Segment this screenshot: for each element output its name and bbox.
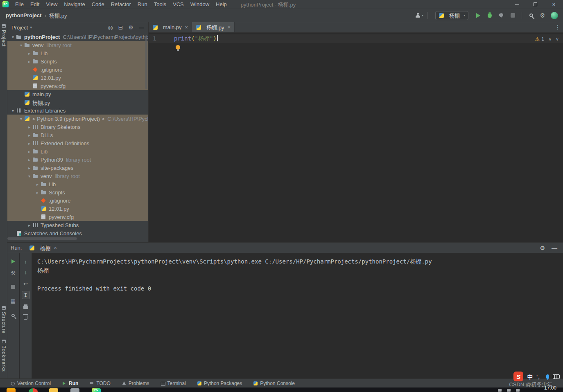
breadcrumb-project[interactable]: pythonProject — [6, 12, 41, 18]
sidebar-item-bookmarks[interactable]: Bookmarks — [0, 340, 7, 372]
toolwindow-python-console[interactable]: Python Console — [253, 381, 295, 386]
toolwindow-terminal[interactable]: Terminal — [161, 381, 186, 386]
clear-console-icon[interactable] — [22, 313, 30, 321]
tree-item-py[interactable]: 杨棚.py — [7, 98, 148, 106]
project-panel-title[interactable]: Project — [11, 25, 28, 31]
scroll-up-icon[interactable]: ↑ — [22, 257, 30, 266]
print-icon[interactable] — [22, 302, 30, 311]
tree-item-site-packages[interactable]: ▸site-packages — [7, 164, 148, 172]
maximize-button[interactable] — [526, 0, 545, 9]
close-icon[interactable]: × — [54, 245, 57, 251]
scroll-to-end-icon[interactable]: ↧ — [22, 291, 30, 299]
edit-configuration-wrench-icon[interactable]: ⚒ — [9, 269, 17, 277]
warning-icon[interactable]: ⚠ — [535, 36, 540, 42]
tray-icon[interactable] — [516, 389, 520, 392]
tree-item-scripts[interactable]: ▸Scripts — [7, 188, 148, 196]
coverage-button[interactable] — [496, 11, 506, 20]
ime-punctuation-toggle[interactable]: ’， — [536, 373, 543, 380]
tab-main-py[interactable]: main.py× — [149, 22, 192, 32]
run-config-selector[interactable]: 杨棚 ▾ — [435, 11, 468, 20]
pin-tab-icon[interactable] — [9, 311, 17, 320]
taskbar-app-icon[interactable] — [7, 388, 16, 392]
menu-vcs[interactable]: VCS — [170, 0, 187, 9]
breadcrumb-file[interactable]: 杨棚.py — [49, 11, 67, 19]
hide-panel-icon[interactable]: — — [139, 25, 144, 31]
chevron-closed-icon[interactable]: ▸ — [26, 133, 32, 137]
collapse-all-icon[interactable]: ⊟ — [118, 24, 123, 31]
menu-file[interactable]: File — [12, 0, 27, 9]
prev-warning-icon[interactable]: ∧ — [548, 36, 552, 42]
chevron-closed-icon[interactable]: ▸ — [26, 51, 32, 56]
chevron-open-icon[interactable]: ▾ — [18, 43, 24, 47]
tree-item-pyvenv-cfg[interactable]: pyvenv.cfg — [7, 82, 148, 90]
tray-icon[interactable] — [507, 389, 511, 392]
tree-item-binary-skeletons[interactable]: ▸Binary Skeletons — [7, 123, 148, 131]
search-everywhere-button[interactable] — [526, 11, 536, 20]
tree-item-venv[interactable]: ▾venvlibrary root — [7, 172, 148, 180]
close-icon[interactable]: × — [227, 24, 231, 30]
settings-button[interactable]: ⚙ — [537, 11, 548, 20]
chevron-closed-icon[interactable]: ▸ — [34, 190, 41, 195]
project-horizontal-scrollbar[interactable] — [7, 237, 77, 240]
next-warning-icon[interactable]: ∨ — [556, 36, 559, 42]
tree-item-pythonproject[interactable]: ▾pythonProjectC:\Users\HP\PycharmProject… — [7, 33, 148, 41]
stop-process-button[interactable] — [9, 283, 17, 291]
avatar[interactable] — [551, 12, 558, 19]
menu-refactor[interactable]: Refactor — [108, 0, 134, 9]
ime-mode-toggle[interactable]: 中 — [527, 372, 533, 381]
tree-item-pyvenv-cfg[interactable]: pyvenv.cfg — [7, 213, 148, 221]
editor[interactable]: 1 print("杨棚") ⚠ 1 ∧ ∨ — [149, 33, 563, 242]
menu-code[interactable]: Code — [88, 0, 108, 9]
tree-item-main-py[interactable]: main.py — [7, 90, 148, 98]
tree-item-gitignore[interactable]: .gitignore — [7, 196, 148, 205]
chevron-closed-icon[interactable]: ▸ — [26, 59, 32, 64]
menu-navigate[interactable]: Navigate — [61, 0, 88, 9]
menu-view[interactable]: View — [43, 0, 61, 9]
tree-item-python-3-9-pythonproject[interactable]: ▾< Python 3.9 (pythonProject) >C:\Users\… — [7, 115, 148, 123]
chevron-closed-icon[interactable]: ▸ — [26, 141, 32, 146]
users-icon[interactable]: ▾ — [415, 13, 423, 18]
minimize-button[interactable] — [508, 0, 526, 9]
sidebar-item-project[interactable]: Project — [0, 24, 7, 47]
tree-item-gitignore[interactable]: .gitignore — [7, 65, 148, 74]
stop-button[interactable] — [507, 11, 518, 20]
menu-window[interactable]: Window — [187, 0, 213, 9]
tree-item-12-01-py[interactable]: 12.01.py — [7, 74, 148, 82]
taskbar-app-icon[interactable] — [70, 388, 79, 392]
toolwindow-problems[interactable]: Problems — [122, 381, 149, 386]
tree-item-external-libraries[interactable]: ▾External Libraries — [7, 106, 148, 115]
console-output[interactable]: C:\Users\HP\PycharmProjects\pythonProjec… — [32, 253, 563, 378]
menu-run[interactable]: Run — [134, 0, 151, 9]
soft-wrap-icon[interactable]: ↩ — [22, 279, 30, 288]
tree-item-lib[interactable]: ▸Lib — [7, 180, 148, 188]
close-icon[interactable]: × — [185, 24, 188, 30]
run-tab[interactable]: 杨棚 × — [27, 243, 59, 253]
toolwindow-todo[interactable]: TODO — [90, 381, 110, 386]
tree-item-extended-definitions[interactable]: ▸Extended Definitions — [7, 139, 148, 147]
chevron-closed-icon[interactable]: ▸ — [26, 166, 32, 170]
chevron-closed-icon[interactable]: ▸ — [26, 149, 32, 154]
scroll-down-icon[interactable]: ↓ — [22, 268, 30, 276]
menu-edit[interactable]: Edit — [27, 0, 43, 9]
tree-item-12-01-py[interactable]: 12.01.py — [7, 205, 148, 213]
tree-item-scratches-and-consoles[interactable]: Scratches and Consoles — [7, 229, 148, 237]
menu-tools[interactable]: Tools — [151, 0, 170, 9]
chevron-open-icon[interactable]: ▾ — [10, 108, 16, 113]
debug-button[interactable] — [484, 11, 495, 20]
toolwindow-python-packages[interactable]: Python Packages — [197, 381, 242, 386]
project-vertical-scrollbar[interactable] — [145, 35, 147, 89]
pycharm-taskbar-icon[interactable]: PC — [92, 388, 101, 392]
run-button[interactable] — [473, 11, 484, 20]
tree-item-scripts[interactable]: ▸Scripts — [7, 57, 148, 65]
rerun-button[interactable] — [9, 257, 17, 266]
intention-bulb-icon[interactable] — [176, 45, 180, 50]
toolwindow-run[interactable]: Run — [62, 381, 78, 386]
microphone-icon[interactable] — [546, 374, 549, 379]
run-settings-gear-icon[interactable]: ⚙ — [540, 245, 545, 251]
chevron-closed-icon[interactable]: ▸ — [26, 223, 32, 228]
hide-run-panel-icon[interactable]: — — [552, 245, 557, 251]
chevron-open-icon[interactable]: ▾ — [26, 174, 32, 178]
locate-file-icon[interactable]: ◎ — [108, 24, 113, 31]
tree-item-python39[interactable]: ▸Python39library root — [7, 155, 148, 164]
chevron-closed-icon[interactable]: ▸ — [34, 182, 41, 187]
